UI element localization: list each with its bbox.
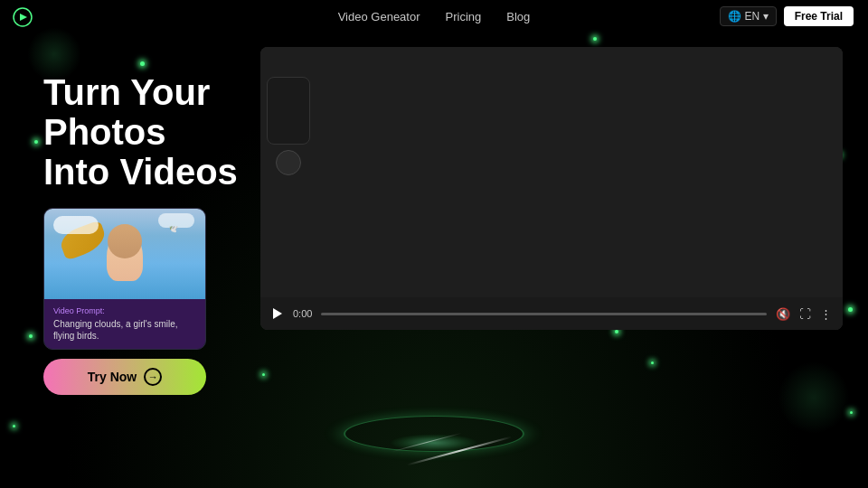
nav-video-generator[interactable]: Video Geneator	[338, 10, 420, 23]
title-decoration	[267, 77, 310, 175]
arrow-circle-icon: →	[144, 368, 162, 386]
fullscreen-icon[interactable]: ⛶	[799, 307, 811, 321]
glow-dot	[593, 37, 597, 41]
glow-dot	[29, 334, 33, 338]
nav-links: Video Geneator Pricing Blog	[338, 10, 531, 23]
image-card: 🕊️ Video Prompt: Changing clouds, a girl…	[43, 208, 206, 350]
navbar: Video Geneator Pricing Blog 🌐 EN ▾ Free …	[0, 0, 868, 33]
nav-blog[interactable]: Blog	[506, 10, 530, 23]
card-image: 🕊️	[44, 209, 205, 299]
language-button[interactable]: 🌐 EN ▾	[720, 6, 776, 26]
deco-oval	[276, 150, 301, 175]
glow-dot	[34, 140, 38, 144]
glow-dot	[13, 425, 15, 427]
corner-glow-bottom-right	[778, 361, 850, 434]
glow-dot	[848, 307, 853, 312]
try-now-button[interactable]: Try Now →	[43, 359, 206, 395]
free-trial-button[interactable]: Free Trial	[784, 6, 854, 26]
nav-pricing[interactable]: Pricing	[446, 10, 482, 23]
volume-icon[interactable]: 🔇	[776, 307, 790, 321]
glow-dot	[651, 361, 654, 364]
hero-title: Turn Your Photos Into Videos	[43, 72, 278, 192]
deco-phone	[267, 77, 310, 145]
left-panel: Turn Your Photos Into Videos 🕊️ Video Pr…	[43, 72, 278, 395]
video-main-area[interactable]	[260, 47, 843, 297]
bottom-vortex	[289, 307, 579, 488]
glow-dot	[850, 411, 853, 414]
card-prompt: Video Prompt: Changing clouds, a girl's …	[44, 299, 205, 349]
video-player: 0:00 🔇 ⛶ ⋮	[260, 47, 843, 330]
nav-right: 🌐 EN ▾ Free Trial	[720, 6, 854, 26]
cloud-1	[53, 216, 99, 234]
prompt-text: Changing clouds, a girl's smile, flying …	[53, 318, 196, 342]
try-now-label: Try Now	[88, 370, 137, 384]
more-options-icon[interactable]: ⋮	[820, 307, 832, 321]
glow-dot	[140, 61, 145, 66]
prompt-label: Video Prompt:	[53, 306, 196, 315]
glow-dot	[615, 330, 618, 333]
